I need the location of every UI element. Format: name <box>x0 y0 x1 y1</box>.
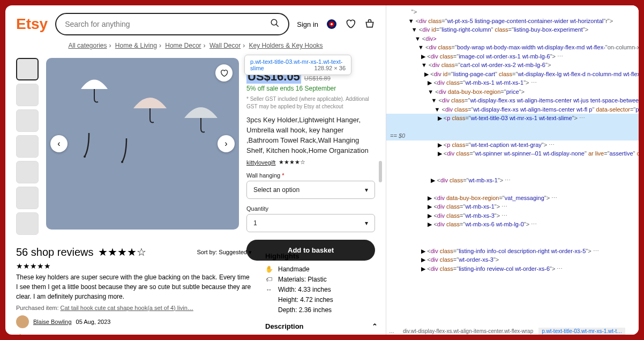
search-bar[interactable] <box>55 13 289 35</box>
quantity-label: Quantity <box>246 205 375 212</box>
review-text: These key holders are super secure with … <box>16 272 252 301</box>
chevron-up-icon: ⌃ <box>372 322 378 330</box>
gallery-next-button[interactable]: › <box>218 135 235 152</box>
search-input[interactable] <box>65 20 270 28</box>
gst-note: * Seller GST included (where applicable)… <box>246 95 375 110</box>
reviews-heading: 56 shop reviews <box>16 246 94 258</box>
original-price: US$16.89 <box>304 75 331 82</box>
sale-text: 5% off sale ends 16 September <box>246 85 375 92</box>
thumbnail[interactable] <box>16 109 39 132</box>
avatar[interactable] <box>16 315 29 328</box>
thumbnail[interactable] <box>16 161 39 183</box>
review-item-stars: ★★★★★ <box>16 262 252 270</box>
devtools-breadcrumb[interactable]: … div.wt-display-flex-xs.wt-align-items-… <box>386 328 638 335</box>
thumbnail[interactable] <box>16 135 39 158</box>
search-icon[interactable] <box>270 18 280 30</box>
reviews-stars: ★★★★☆ <box>98 246 146 258</box>
highlights-heading: Highlights <box>265 252 378 260</box>
devtools-elements-panel[interactable]: "> ▼ <div class="wt-pt-xs-5 listing-page… <box>386 5 639 335</box>
breadcrumb: All categories› Home & Living› Home Deco… <box>5 40 386 54</box>
shop-rating-stars: ★★★★☆ <box>279 159 305 166</box>
thumbnail[interactable] <box>16 212 39 235</box>
svg-point-6 <box>121 161 123 163</box>
main-image[interactable]: ‹ › <box>46 58 239 230</box>
helpful-button[interactable]: Helpful? <box>25 334 47 335</box>
product-title: 3pcs Key Holder,Lightweight Hanger, Umbr… <box>246 115 375 156</box>
sort-dropdown[interactable]: Sort by: Suggested ▾ <box>197 249 252 256</box>
gallery-prev-button[interactable]: ‹ <box>50 135 68 152</box>
favorites-icon[interactable] <box>345 18 356 31</box>
reviewer-link[interactable]: Blaise Bowling <box>33 319 72 325</box>
description-accordion[interactable]: Description⌃ <box>265 322 378 330</box>
basket-icon[interactable] <box>364 18 375 31</box>
review-date: 05 Aug, 2023 <box>76 319 111 325</box>
thumbnail[interactable] <box>16 58 39 80</box>
svg-line-1 <box>276 24 279 27</box>
svg-point-5 <box>84 156 86 158</box>
region-icon[interactable] <box>327 19 336 29</box>
etsy-logo[interactable]: Etsy <box>16 16 48 33</box>
quantity-select[interactable]: 1▾ <box>246 214 375 232</box>
svg-point-0 <box>272 19 278 25</box>
purchased-item-link[interactable]: Cat tail hook cute cat shape hook(a set … <box>61 305 193 311</box>
chevron-down-icon: ▾ <box>365 219 368 227</box>
devtools-element-tooltip: p.wt-text-title-03.wt-mr-xs-1.wt-text-sl… <box>244 55 351 75</box>
thumbnail[interactable] <box>16 84 39 106</box>
shop-link[interactable]: kittylovegift <box>246 159 275 166</box>
variation-select[interactable]: Select an option▾ <box>246 181 375 199</box>
signin-link[interactable]: Sign in <box>297 20 318 28</box>
favorite-button[interactable] <box>215 64 233 82</box>
pane-resize-handle[interactable] <box>379 161 382 182</box>
chevron-down-icon: ▾ <box>365 186 368 194</box>
variation-label: Wall hanging * <box>246 172 375 179</box>
thumbnail[interactable] <box>16 187 39 209</box>
